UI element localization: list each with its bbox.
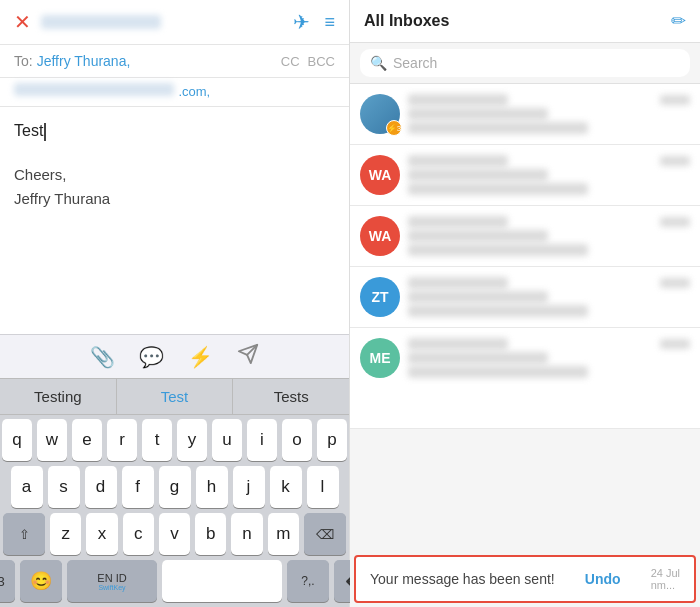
inbox-preview-blurred [408, 366, 588, 378]
keyboard-row-2: a s d f g h j k l [3, 466, 346, 508]
inbox-sender-blurred [408, 155, 508, 167]
search-icon: 🔍 [370, 55, 387, 71]
autocomplete-bar: Testing Test Tests [0, 378, 349, 415]
key-o[interactable]: o [282, 419, 312, 461]
avatar-2: WA [360, 155, 400, 195]
avatar-wrap-3: WA [360, 216, 400, 256]
key-r[interactable]: r [107, 419, 137, 461]
key-q[interactable]: q [2, 419, 32, 461]
inbox-preview-blurred [408, 244, 588, 256]
inbox-preview-blurred [408, 183, 588, 195]
avatar-3: WA [360, 216, 400, 256]
keyboard-bottom-row: 123 😊 EN ID SwiftKey ?,. ↵ [3, 560, 346, 602]
key-123[interactable]: 123 [0, 560, 15, 602]
close-icon[interactable]: ✕ [14, 10, 31, 34]
key-c[interactable]: c [123, 513, 154, 555]
compose-panel: ✕ ✈ ≡ To: Jeffry Thurana, CC BCC .com, T… [0, 0, 350, 607]
inbox-subject-blurred [408, 230, 548, 242]
key-m[interactable]: m [268, 513, 299, 555]
key-n[interactable]: n [231, 513, 262, 555]
inbox-item-row2 [408, 169, 690, 181]
inbox-date-blurred [660, 339, 690, 349]
key-j[interactable]: j [233, 466, 265, 508]
cc-bcc: CC BCC [281, 54, 335, 69]
inbox-item-content-1 [408, 94, 690, 134]
inbox-subject-blurred [408, 169, 548, 181]
key-lang[interactable]: EN ID SwiftKey [67, 560, 157, 602]
send-icon[interactable]: ✈ [293, 10, 310, 34]
inbox-item-content-4 [408, 277, 690, 317]
key-h[interactable]: h [196, 466, 228, 508]
inbox-item-row3 [408, 183, 690, 195]
inbox-item-row3 [408, 244, 690, 256]
key-e[interactable]: e [72, 419, 102, 461]
inbox-item-content-2 [408, 155, 690, 195]
inbox-date-blurred [660, 217, 690, 227]
inbox-item-content-5 [408, 338, 690, 378]
key-w[interactable]: w [37, 419, 67, 461]
email-domain: .com, [178, 84, 210, 99]
inbox-item[interactable]: WA [350, 145, 700, 206]
notification-undo-button[interactable]: Undo [585, 571, 621, 587]
forward-icon[interactable] [237, 343, 259, 370]
key-y[interactable]: y [177, 419, 207, 461]
key-space[interactable] [162, 560, 282, 602]
inbox-item-row1 [408, 216, 690, 228]
key-d[interactable]: d [85, 466, 117, 508]
key-t[interactable]: t [142, 419, 172, 461]
key-k[interactable]: k [270, 466, 302, 508]
avatar-5: ME [360, 338, 400, 378]
key-l[interactable]: l [307, 466, 339, 508]
cc-label[interactable]: CC [281, 54, 300, 69]
autocomplete-test[interactable]: Test [117, 379, 234, 414]
attach-icon[interactable]: 📎 [90, 345, 115, 369]
inbox-item-row1 [408, 94, 690, 106]
keyboard-toolbar: 📎 💬 ⚡ [0, 334, 349, 378]
key-z[interactable]: z [50, 513, 81, 555]
compose-new-icon[interactable]: ✏ [671, 10, 686, 32]
key-shift[interactable]: ⇧ [3, 513, 45, 555]
key-f[interactable]: f [122, 466, 154, 508]
compose-from-blurred [41, 15, 161, 29]
to-name[interactable]: Jeffry Thurana, [37, 53, 131, 69]
key-special-chars[interactable]: ?,. [287, 560, 329, 602]
compose-email-row: .com, [0, 78, 349, 107]
key-backspace[interactable]: ⌫ [304, 513, 346, 555]
inbox-date-blurred [660, 156, 690, 166]
inbox-item[interactable]: WA [350, 206, 700, 267]
autocomplete-tests[interactable]: Tests [233, 379, 349, 414]
key-x[interactable]: x [86, 513, 117, 555]
key-g[interactable]: g [159, 466, 191, 508]
avatar-badge-1: ⚡3 [386, 120, 402, 136]
notification-bar: Your message has been sent! Undo 24 Juln… [354, 555, 696, 603]
inbox-sender-blurred [408, 338, 508, 350]
avatar-wrap-5: ME [360, 338, 400, 378]
search-input-wrap[interactable]: 🔍 Search [360, 49, 690, 77]
menu-icon[interactable]: ≡ [324, 12, 335, 33]
notification-time: 24 Julnm... [651, 567, 680, 591]
key-p[interactable]: p [317, 419, 347, 461]
compose-body[interactable]: Test Cheers, Jeffry Thurana [0, 107, 349, 334]
autocomplete-testing[interactable]: Testing [0, 379, 117, 414]
inbox-item-content-3 [408, 216, 690, 256]
key-u[interactable]: u [212, 419, 242, 461]
key-a[interactable]: a [11, 466, 43, 508]
keyboard-row-1: q w e r t y u i o p [3, 419, 346, 461]
compose-to-row: To: Jeffry Thurana, CC BCC [0, 45, 349, 78]
bcc-label[interactable]: BCC [308, 54, 335, 69]
key-s[interactable]: s [48, 466, 80, 508]
comment-icon[interactable]: 💬 [139, 345, 164, 369]
inbox-item[interactable]: ZT [350, 267, 700, 328]
bolt-icon[interactable]: ⚡ [188, 345, 213, 369]
inbox-item[interactable]: ME [350, 328, 700, 429]
inbox-sender-blurred [408, 216, 508, 228]
key-v[interactable]: v [159, 513, 190, 555]
search-bar: 🔍 Search [350, 43, 700, 84]
inbox-item[interactable]: ⚡3 [350, 84, 700, 145]
key-b[interactable]: b [195, 513, 226, 555]
inbox-item-row3 [408, 366, 690, 378]
key-i[interactable]: i [247, 419, 277, 461]
key-emoji[interactable]: 😊 [20, 560, 62, 602]
inbox-item-row1 [408, 338, 690, 350]
inbox-sender-blurred [408, 277, 508, 289]
